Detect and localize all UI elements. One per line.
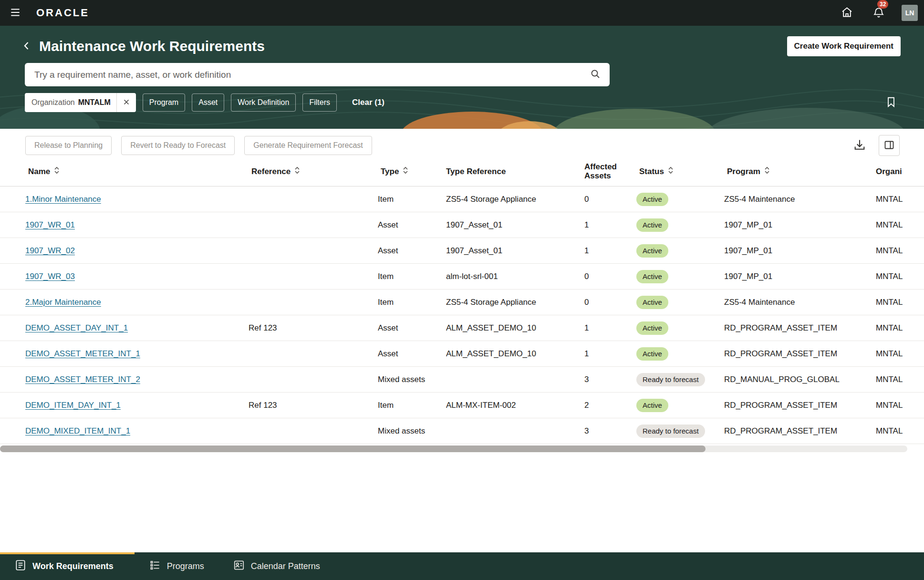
horizontal-scrollbar[interactable]: [0, 445, 907, 452]
back-button[interactable]: [18, 38, 35, 55]
row-affected-assets: 3: [584, 426, 636, 436]
search-bar: [25, 63, 610, 86]
row-name-link[interactable]: DEMO_ITEM_DAY_INT_1: [25, 401, 121, 410]
row-type-reference: ZS5-4 Storage Appliance: [446, 195, 584, 204]
row-affected-assets: 1: [584, 220, 636, 230]
row-organization: MNTAL: [876, 272, 924, 281]
column-header-reference[interactable]: Reference: [249, 166, 378, 177]
column-header-organization: Organi: [876, 167, 924, 176]
revert-to-ready-to-forecast-button[interactable]: Revert to Ready to Forecast: [121, 136, 235, 155]
sort-icon: [54, 166, 60, 176]
row-affected-assets: 2: [584, 401, 636, 410]
table-row[interactable]: DEMO_ASSET_DAY_INT_1 Ref 123 Asset ALM_A…: [0, 315, 924, 341]
column-header-affected-assets: Affected Assets: [584, 163, 636, 180]
table-row[interactable]: DEMO_ASSET_METER_INT_2 Mixed assets 3 Re…: [0, 367, 924, 393]
user-avatar[interactable]: LN: [902, 5, 918, 21]
bookmark-button[interactable]: [883, 94, 899, 112]
column-header-status[interactable]: Status: [636, 166, 724, 177]
row-organization: MNTAL: [876, 401, 924, 410]
row-organization: MNTAL: [876, 220, 924, 230]
tab-work-requirements[interactable]: Work Requirements: [0, 552, 135, 580]
table-row[interactable]: DEMO_ITEM_DAY_INT_1 Ref 123 Item ALM-MX-…: [0, 393, 924, 418]
organization-filter-chip[interactable]: Organization MNTALM: [25, 93, 136, 112]
asset-filter-button[interactable]: Asset: [192, 93, 224, 112]
row-name-link[interactable]: 2.Major Maintenance: [25, 298, 101, 307]
panel-toggle-button[interactable]: [879, 135, 900, 156]
table-row[interactable]: DEMO_ASSET_METER_INT_1 Asset ALM_ASSET_D…: [0, 341, 924, 367]
page-title: Maintenance Work Requirements: [39, 38, 265, 54]
row-type: Mixed assets: [378, 375, 446, 384]
bottom-tab-bar: Work Requirements Programs Calendar Patt…: [0, 552, 924, 580]
search-input[interactable]: [33, 69, 587, 81]
row-name-link[interactable]: 1907_WR_02: [25, 246, 75, 255]
column-header-name[interactable]: Name: [25, 166, 249, 177]
menu-button[interactable]: [7, 4, 24, 22]
row-affected-assets: 3: [584, 375, 636, 384]
row-reference: Ref 123: [249, 323, 378, 333]
table-row[interactable]: 1907_WR_01 Asset 1907_Asset_01 1 Active …: [0, 212, 924, 238]
table-row[interactable]: 1907_WR_02 Asset 1907_Asset_01 1 Active …: [0, 238, 924, 264]
organization-chip-value: MNTALM: [78, 98, 111, 107]
status-badge: Active: [636, 399, 668, 412]
row-name-link[interactable]: DEMO_ASSET_METER_INT_1: [25, 349, 140, 358]
tab-programs[interactable]: Programs: [135, 552, 218, 580]
row-program: ZS5-4 Maintenance: [724, 298, 876, 307]
column-header-program[interactable]: Program: [724, 166, 876, 177]
row-type: Item: [378, 401, 446, 410]
notifications-button[interactable]: 32: [870, 4, 887, 22]
clear-filters-button[interactable]: Clear (1): [349, 97, 387, 108]
row-type-reference: 1907_Asset_01: [446, 246, 584, 256]
row-program: RD_PROGRAM_ASSET_ITEM: [724, 426, 876, 436]
row-type: Mixed assets: [378, 426, 446, 436]
row-name-link[interactable]: DEMO_ASSET_METER_INT_2: [25, 375, 140, 384]
row-name-link[interactable]: 1907_WR_03: [25, 272, 75, 281]
row-organization: MNTAL: [876, 298, 924, 307]
row-type: Item: [378, 195, 446, 204]
row-name-link[interactable]: 1907_WR_01: [25, 220, 75, 229]
row-name-link[interactable]: DEMO_MIXED_ITEM_INT_1: [25, 426, 130, 435]
release-to-planning-button[interactable]: Release to Planning: [25, 136, 112, 155]
row-program: RD_MANUAL_PROG_GLOBAL: [724, 375, 876, 384]
status-badge: Ready to forecast: [636, 425, 705, 438]
remove-organization-filter-button[interactable]: [116, 93, 136, 112]
download-icon: [853, 138, 866, 153]
status-badge: Ready to forecast: [636, 373, 705, 386]
row-type-reference: ZS5-4 Storage Appliance: [446, 298, 584, 307]
table-row[interactable]: 1907_WR_03 Item alm-lot-srl-001 0 Active…: [0, 264, 924, 290]
program-filter-button[interactable]: Program: [143, 93, 185, 112]
tab-label: Programs: [167, 561, 204, 571]
sort-icon: [294, 166, 300, 176]
row-program: 1907_MP_01: [724, 246, 876, 256]
scrollbar-thumb[interactable]: [0, 445, 706, 452]
row-type: Item: [378, 298, 446, 307]
generate-requirement-forecast-button[interactable]: Generate Requirement Forecast: [244, 136, 372, 155]
download-button[interactable]: [851, 136, 868, 155]
table-row[interactable]: 2.Major Maintenance Item ZS5-4 Storage A…: [0, 290, 924, 315]
row-name-link[interactable]: 1.Minor Maintenance: [25, 195, 101, 204]
work-requirements-table: Name Reference Type Type Reference Affec…: [0, 157, 924, 444]
row-type-reference: alm-lot-srl-001: [446, 272, 584, 281]
home-button[interactable]: [838, 3, 856, 22]
row-type-reference: ALM_ASSET_DEMO_10: [446, 323, 584, 333]
tab-calendar-patterns[interactable]: Calendar Patterns: [218, 552, 334, 580]
row-organization: MNTAL: [876, 323, 924, 333]
main-content: Release to Planning Revert to Ready to F…: [0, 129, 924, 552]
row-type: Asset: [378, 349, 446, 359]
table-row[interactable]: DEMO_MIXED_ITEM_INT_1 Mixed assets 3 Rea…: [0, 418, 924, 444]
organization-chip-label: Organization: [31, 98, 75, 107]
tab-label: Work Requirements: [32, 561, 114, 571]
table-row[interactable]: 1.Minor Maintenance Item ZS5-4 Storage A…: [0, 186, 924, 212]
filters-button[interactable]: Filters: [302, 93, 337, 112]
row-program: RD_PROGRAM_ASSET_ITEM: [724, 323, 876, 333]
row-name-link[interactable]: DEMO_ASSET_DAY_INT_1: [25, 323, 128, 332]
create-work-requirement-button[interactable]: Create Work Requirement: [787, 36, 901, 56]
row-program: 1907_MP_01: [724, 220, 876, 230]
sort-icon: [403, 166, 408, 176]
status-badge: Active: [636, 296, 668, 309]
search-button[interactable]: [587, 65, 604, 84]
table-toolbar: Release to Planning Revert to Ready to F…: [0, 129, 924, 156]
row-affected-assets: 0: [584, 272, 636, 281]
split-panel-icon: [883, 139, 895, 152]
work-definition-filter-button[interactable]: Work Definition: [231, 93, 296, 112]
column-header-type[interactable]: Type: [378, 166, 446, 177]
